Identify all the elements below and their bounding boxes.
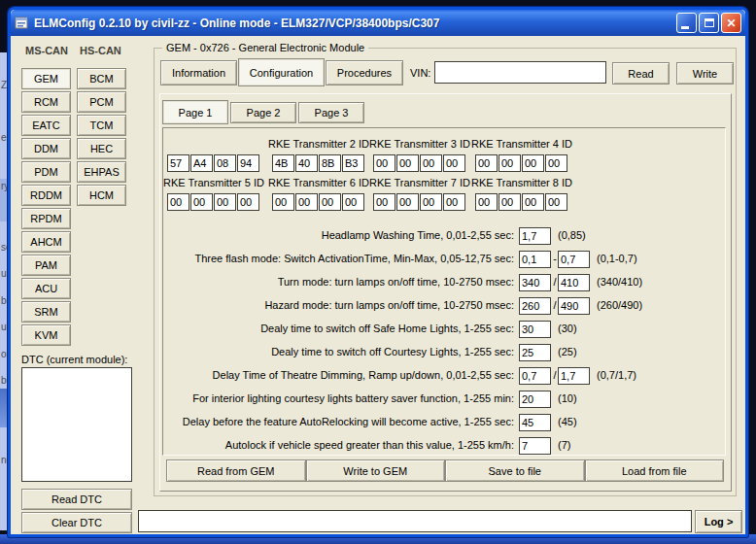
rke-id-byte-input[interactable]	[396, 154, 419, 172]
hs-can-header: HS-CAN	[80, 45, 121, 56]
tab-configuration[interactable]: Configuration	[238, 58, 325, 86]
rke-id-byte-input[interactable]	[272, 193, 294, 211]
rke-id-byte-input[interactable]	[443, 193, 465, 211]
rke-id-byte-input[interactable]	[396, 193, 419, 211]
sidebar-module-ahcm[interactable]: AHCM	[21, 231, 71, 253]
setting-value-input[interactable]	[519, 321, 551, 338]
sidebar-module-rddm[interactable]: RDDM	[21, 185, 71, 206]
setting-default-hint: (7)	[558, 439, 570, 451]
rke-id-byte-input[interactable]	[475, 193, 498, 211]
titlebar[interactable]: ELMConfig 0.2.10 by civil-zz - Online mo…	[11, 10, 745, 36]
action-write-to-gem[interactable]: Write to GEM	[306, 459, 446, 482]
action-load-from-file[interactable]: Load from file	[585, 459, 725, 482]
clear-dtc-button[interactable]: Clear DTC	[21, 512, 132, 533]
rke-id-byte-input[interactable]	[498, 193, 521, 211]
rke-id-byte-input[interactable]	[373, 154, 395, 172]
log-input[interactable]	[138, 510, 692, 532]
rke-id-group	[373, 193, 466, 211]
sidebar-module-acu[interactable]: ACU	[21, 278, 71, 299]
setting-value-input[interactable]	[519, 344, 551, 361]
rke-id-byte-input[interactable]	[545, 193, 567, 211]
rke-id-byte-input[interactable]	[545, 154, 567, 172]
setting-value-input[interactable]	[519, 437, 551, 455]
action-read-from-gem[interactable]: Read from GEM	[166, 459, 306, 482]
sidebar-module-ddm[interactable]: DDM	[21, 138, 71, 159]
setting-value-input[interactable]	[519, 391, 551, 408]
rke-id-byte-input[interactable]	[522, 193, 544, 211]
tab-page-1[interactable]: Page 1	[162, 100, 228, 124]
rke-id-byte-input[interactable]	[214, 154, 236, 172]
tab-procedures[interactable]: Procedures	[326, 60, 403, 85]
rke-id-byte-input[interactable]	[319, 154, 341, 172]
rke-id-byte-input[interactable]	[420, 193, 442, 211]
dtc-listbox[interactable]	[21, 367, 132, 482]
maximize-button[interactable]	[699, 13, 719, 33]
setting-value-input[interactable]	[519, 414, 551, 431]
rke-id-byte-input[interactable]	[475, 154, 498, 172]
sidebar-module-gem[interactable]: GEM	[21, 68, 71, 89]
rke-id-byte-input[interactable]	[522, 154, 544, 172]
sidebar-module-hcm[interactable]: HCM	[77, 185, 126, 206]
vin-input[interactable]	[434, 61, 606, 84]
rke-id-byte-input[interactable]	[167, 193, 189, 211]
tab-information[interactable]: Information	[160, 60, 237, 85]
action-save-to-file[interactable]: Save to file	[445, 459, 585, 482]
rke-id-byte-input[interactable]	[214, 193, 236, 211]
rke-id-byte-input[interactable]	[319, 193, 341, 211]
setting-value-input[interactable]	[519, 251, 551, 268]
rke-id-byte-input[interactable]	[295, 154, 318, 172]
sidebar-module-tcm[interactable]: TCM	[77, 115, 126, 136]
sidebar-module-hec[interactable]: HEC	[77, 138, 126, 159]
sidebar-module-ehpas[interactable]: EHPAS	[77, 161, 126, 183]
rke-id-byte-input[interactable]	[420, 154, 442, 172]
rke-id-byte-input[interactable]	[373, 193, 395, 211]
sidebar-module-eatc[interactable]: EATC	[21, 115, 71, 136]
tab-page-2[interactable]: Page 2	[230, 102, 296, 123]
sidebar-module-bcm[interactable]: BCM	[77, 68, 126, 89]
setting-row: Turn mode: turn lamps on/off time, 10-27…	[163, 274, 725, 291]
rke-id-byte-input[interactable]	[295, 193, 318, 211]
setting-value-input[interactable]	[519, 274, 551, 291]
setting-value-input-2[interactable]	[558, 251, 590, 268]
rke-transmitter-label: RKE Transmitter 7 ID	[366, 177, 473, 188]
rke-id-byte-input[interactable]	[190, 154, 213, 172]
rke-id-byte-input[interactable]	[237, 154, 259, 172]
setting-value-input[interactable]	[519, 227, 551, 245]
setting-row: Three flash mode: Switch ActivationTime,…	[163, 251, 725, 268]
maximize-icon	[704, 18, 714, 27]
sidebar-module-pcm[interactable]: PCM	[77, 91, 126, 113]
sidebar-module-kvm[interactable]: KVM	[21, 324, 71, 346]
setting-row: For interior lighting courtesy lights ba…	[163, 391, 725, 408]
rke-id-byte-input[interactable]	[167, 154, 189, 172]
rke-transmitter-label: RKE Transmitter 6 ID	[265, 177, 372, 188]
setting-label: Delay Time of Theatre Dimming, Ramp up/d…	[213, 369, 514, 381]
rke-transmitter-label: RKE Transmitter 5 ID	[160, 177, 267, 188]
setting-value-input-2[interactable]	[558, 274, 590, 291]
rke-id-byte-input[interactable]	[272, 154, 294, 172]
log-button[interactable]: Log >	[695, 510, 742, 533]
setting-value-input[interactable]	[519, 367, 551, 385]
sidebar-module-pam[interactable]: PAM	[21, 255, 71, 276]
sidebar-module-rpdm[interactable]: RPDM	[21, 208, 71, 229]
setting-value-input[interactable]	[519, 297, 551, 315]
read-dtc-button[interactable]: Read DTC	[21, 489, 132, 510]
ms-can-header: MS-CAN	[25, 45, 68, 56]
rke-transmitter-label: RKE Transmitter 3 ID	[366, 138, 473, 150]
rke-id-byte-input[interactable]	[342, 193, 364, 211]
rke-id-byte-input[interactable]	[498, 154, 521, 172]
sidebar-module-srm[interactable]: SRM	[21, 301, 71, 323]
close-button[interactable]: ✕	[721, 13, 741, 33]
rke-id-byte-input[interactable]	[443, 154, 465, 172]
vin-write-button[interactable]: Write	[676, 62, 734, 85]
setting-value-input-2[interactable]	[558, 297, 590, 315]
setting-value-input-2[interactable]	[558, 367, 590, 385]
rke-id-byte-input[interactable]	[190, 193, 213, 211]
rke-id-byte-input[interactable]	[342, 154, 364, 172]
sidebar-module-rcm[interactable]: RCM	[21, 91, 71, 113]
rke-id-group	[272, 154, 365, 172]
rke-id-byte-input[interactable]	[237, 193, 259, 211]
minimize-button[interactable]	[676, 13, 697, 33]
tab-page-3[interactable]: Page 3	[298, 102, 364, 123]
vin-read-button[interactable]: Read	[612, 62, 670, 85]
sidebar-module-pdm[interactable]: PDM	[21, 161, 71, 183]
